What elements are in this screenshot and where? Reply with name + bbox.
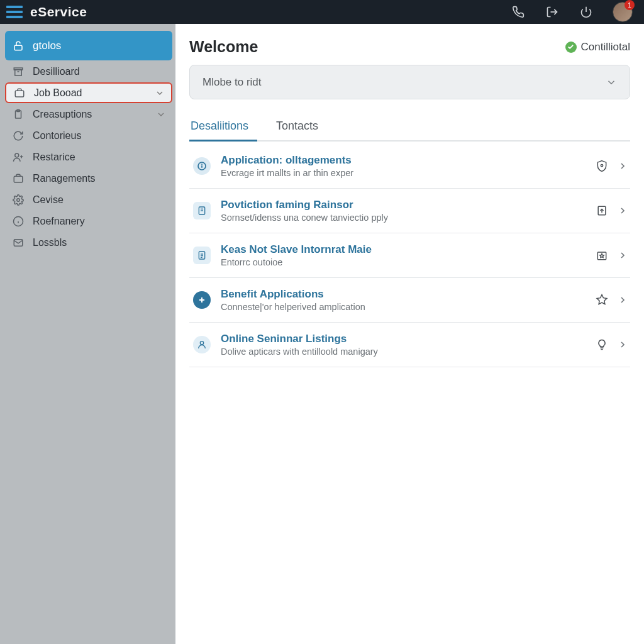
notification-badge: 1	[625, 0, 635, 10]
topbar-icons: 1	[511, 2, 638, 22]
chevron-down-icon	[155, 88, 165, 98]
sidebar-item-3[interactable]: Contorieus	[5, 125, 172, 146]
list-row-2[interactable]: Keas Not Slave Intornrat MaieEntorrc out…	[189, 233, 630, 278]
chevron-down-icon	[156, 109, 166, 119]
info-icon	[193, 157, 211, 175]
sidebar-item-label: Contorieus	[33, 130, 81, 142]
tab-0[interactable]: Desaliitions	[189, 113, 257, 140]
page-title: Welcome	[189, 38, 258, 56]
gear-icon	[11, 194, 25, 206]
main-content: Welcome Contilliotal Mlobe to ridt Desal…	[175, 24, 644, 644]
row-subtitle: Sornset/idenss una conew tanviectio pply	[221, 213, 388, 223]
lock-open-icon	[11, 40, 25, 52]
sidebar-item-label: Desillioard	[33, 66, 80, 77]
sidebar-item-label: Cevise	[33, 194, 64, 206]
sidebar-item-1[interactable]: Job Booad	[5, 82, 172, 103]
row-title: Keas Not Slave Intornrat Maie	[221, 243, 372, 256]
doc-icon	[193, 247, 211, 264]
mail-icon	[11, 237, 25, 248]
sidebar-item-6[interactable]: Cevise	[5, 189, 172, 210]
refresh-icon	[11, 130, 25, 142]
doc-up-icon[interactable]	[595, 204, 609, 218]
chevron-right-icon	[618, 295, 628, 305]
phone-icon[interactable]	[511, 4, 526, 19]
bulb-icon[interactable]	[595, 338, 609, 352]
svg-rect-1	[14, 45, 22, 50]
row-title: Application: olltagements	[221, 154, 353, 167]
info-icon	[11, 216, 25, 227]
sidebar-item-label: Job Booad	[34, 87, 82, 99]
avatar[interactable]: 1	[613, 2, 633, 22]
status-label: Contilliotal	[581, 41, 630, 53]
sidebar-item-label: Ranagements	[33, 173, 96, 184]
tabs: DesaliitionsTontacts	[189, 113, 630, 142]
svg-point-20	[601, 165, 602, 167]
svg-rect-5	[15, 91, 24, 97]
accordion-label: Mlobe to ridt	[203, 76, 262, 89]
status-pill: Contilliotal	[565, 41, 630, 53]
menu-toggle-icon[interactable]	[6, 6, 23, 18]
row-subtitle: Evcrage irt mallts in ar thin exper	[221, 168, 353, 178]
list-row-0[interactable]: Application: olltagementsEvcrage irt mal…	[189, 144, 630, 189]
svg-point-19	[202, 164, 203, 165]
sidebar-item-7[interactable]: Roefnanery	[5, 211, 172, 231]
briefcase-icon	[13, 87, 26, 99]
sidebar-item-label: Roefnanery	[33, 216, 85, 227]
chevron-right-icon	[618, 161, 628, 171]
svg-rect-3	[15, 70, 22, 75]
list-row-3[interactable]: Benefit ApplicationsConneste|'or helperi…	[189, 278, 630, 323]
sidebar-header[interactable]: gtolos	[5, 31, 172, 60]
sidebar-item-5[interactable]: Ranagements	[5, 168, 172, 189]
sidebar: gtolos DesillioardJob BooadCreasuptionsC…	[0, 24, 175, 644]
shield-icon[interactable]	[595, 159, 609, 173]
check-circle-icon	[565, 42, 577, 53]
star-icon[interactable]	[595, 293, 609, 307]
row-subtitle: Conneste|'or helperived amplication	[221, 302, 365, 312]
accordion-toggle[interactable]: Mlobe to ridt	[189, 65, 630, 99]
sidebar-item-0[interactable]: Desillioard	[5, 61, 172, 82]
row-title: Online Seninnar Listings	[221, 333, 378, 345]
star-box-icon[interactable]	[595, 248, 609, 262]
sidebar-item-label: Creasuptions	[33, 109, 92, 120]
sidebar-item-8[interactable]: Lossbls	[5, 232, 172, 253]
chevron-right-icon	[618, 340, 628, 350]
chevron-right-icon	[618, 250, 628, 260]
row-subtitle: Entorrc outoioe	[221, 257, 372, 267]
power-icon[interactable]	[579, 4, 594, 19]
list-row-1[interactable]: Povtiction faming RainsorSornset/idenss …	[189, 189, 630, 233]
sidebar-header-label: gtolos	[33, 40, 61, 52]
topbar: eService 1	[0, 0, 644, 24]
exit-icon[interactable]	[545, 4, 560, 19]
chevron-right-icon	[618, 206, 628, 216]
sidebar-item-2[interactable]: Creasuptions	[5, 104, 172, 125]
sidebar-item-label: Restarice	[33, 152, 75, 163]
user-icon	[193, 336, 211, 353]
row-subtitle: Dolive apticars with entilloold manigary	[221, 347, 378, 357]
list-row-4[interactable]: Online Seninnar ListingsDolive apticars …	[189, 323, 630, 367]
doc-lines-icon	[193, 202, 211, 219]
svg-point-33	[200, 341, 203, 345]
clipboard-icon	[11, 109, 25, 120]
svg-point-8	[15, 153, 19, 157]
row-title: Benefit Applications	[221, 288, 365, 301]
sidebar-item-label: Lossbls	[33, 237, 67, 248]
brand-title: eService	[30, 4, 87, 19]
chevron-down-icon	[606, 77, 617, 88]
plus-person-icon	[11, 152, 25, 163]
sidebar-item-4[interactable]: Restarice	[5, 147, 172, 167]
svg-point-12	[17, 198, 20, 201]
svg-rect-11	[14, 176, 23, 182]
briefcase-icon	[11, 173, 25, 184]
tab-1[interactable]: Tontacts	[275, 113, 327, 140]
archive-icon	[11, 66, 25, 77]
plus-icon	[193, 291, 211, 309]
row-title: Povtiction faming Rainsor	[221, 199, 388, 211]
